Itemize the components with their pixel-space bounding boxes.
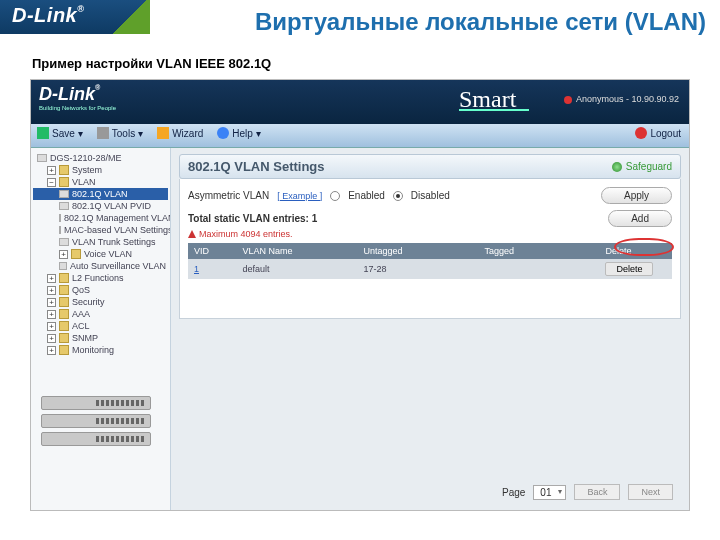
tree-root[interactable]: DGS-1210-28/ME — [33, 152, 168, 164]
example-link[interactable]: [ Example ] — [277, 191, 322, 201]
folder-icon — [59, 309, 69, 319]
col-untagged: Untagged — [357, 243, 478, 259]
col-name: VLAN Name — [236, 243, 357, 259]
expand-icon[interactable]: + — [47, 310, 56, 319]
brand-logo: D-Link® — [12, 4, 84, 27]
tree-auto-surv[interactable]: Auto Surveillance VLAN — [33, 260, 168, 272]
nav-tree: DGS-1210-28/ME +System −VLAN 802.1Q VLAN… — [31, 148, 171, 510]
pager: Page 01 Back Next — [502, 484, 673, 500]
panel-title-text: 802.1Q VLAN Settings — [188, 159, 325, 174]
asym-vlan-label: Asymmetric VLAN — [188, 190, 269, 201]
next-button[interactable]: Next — [628, 484, 673, 500]
expand-icon[interactable]: + — [47, 346, 56, 355]
tree-monitoring[interactable]: +Monitoring — [33, 344, 168, 356]
help-icon — [217, 127, 229, 139]
page-icon — [59, 190, 69, 198]
delete-button[interactable]: Delete — [605, 262, 653, 276]
tree-mgmt-vlan[interactable]: 802.1Q Management VLAN — [33, 212, 168, 224]
app-header: D-Link® Building Networks for People Sma… — [31, 80, 689, 124]
expand-icon[interactable]: + — [47, 166, 56, 175]
page-icon — [59, 202, 69, 210]
tree-trunk[interactable]: VLAN Trunk Settings — [33, 236, 168, 248]
folder-icon — [59, 165, 69, 175]
table-row: 1 default 17-28 Delete — [188, 259, 672, 279]
col-vid: VID — [188, 243, 236, 259]
vlan-table: VID VLAN Name Untagged Tagged Delete 1 d… — [188, 243, 672, 279]
folder-icon — [59, 321, 69, 331]
expand-icon[interactable]: + — [47, 334, 56, 343]
expand-icon[interactable]: + — [47, 298, 56, 307]
expand-icon[interactable]: + — [59, 250, 68, 259]
safeguard-badge: Safeguard — [612, 161, 672, 172]
main-panel: 802.1Q VLAN Settings Safeguard Asymmetri… — [171, 148, 689, 510]
page-icon — [59, 226, 61, 234]
panel-header: 802.1Q VLAN Settings Safeguard — [179, 154, 681, 179]
menu-tools[interactable]: Tools ▾ — [97, 127, 143, 139]
tree-qos[interactable]: +QoS — [33, 284, 168, 296]
folder-icon — [59, 273, 69, 283]
max-entries-note: Maximum 4094 entries. — [188, 229, 672, 239]
app-window: D-Link® Building Networks for People Sma… — [30, 79, 690, 511]
safeguard-icon — [612, 162, 622, 172]
tree-acl[interactable]: +ACL — [33, 320, 168, 332]
page-icon — [59, 214, 61, 222]
add-button[interactable]: Add — [608, 210, 672, 227]
expand-icon[interactable]: + — [47, 322, 56, 331]
back-button[interactable]: Back — [574, 484, 620, 500]
menubar: Save ▾ Tools ▾ Wizard Help ▾ L — [31, 124, 689, 148]
page-label: Page — [502, 487, 525, 498]
page-select[interactable]: 01 — [533, 485, 566, 500]
enabled-label: Enabled — [348, 190, 385, 201]
hardware-illustration — [41, 396, 161, 456]
cell-name: default — [236, 259, 357, 279]
folder-icon — [59, 177, 69, 187]
disabled-label: Disabled — [411, 190, 450, 201]
cell-tagged — [478, 259, 599, 279]
user-info: Anonymous - 10.90.90.92 — [564, 94, 679, 104]
tree-vlan[interactable]: −VLAN — [33, 176, 168, 188]
tree-snmp[interactable]: +SNMP — [33, 332, 168, 344]
wrench-icon — [97, 127, 109, 139]
folder-icon — [59, 285, 69, 295]
tree-l2[interactable]: +L2 Functions — [33, 272, 168, 284]
menu-wizard[interactable]: Wizard — [157, 127, 203, 139]
slide-title: Виртуальные локальные сети (VLAN) — [255, 2, 720, 36]
logout-icon — [635, 127, 647, 139]
tree-aaa[interactable]: +AAA — [33, 308, 168, 320]
tree-mac-vlan[interactable]: MAC-based VLAN Settings — [33, 224, 168, 236]
menu-help[interactable]: Help ▾ — [217, 127, 261, 139]
folder-icon — [71, 249, 81, 259]
apply-button[interactable]: Apply — [601, 187, 672, 204]
expand-icon[interactable]: + — [47, 286, 56, 295]
tree-voice-vlan[interactable]: +Voice VLAN — [33, 248, 168, 260]
col-tagged: Tagged — [478, 243, 599, 259]
disk-icon — [37, 127, 49, 139]
folder-icon — [59, 333, 69, 343]
slide-top-band: D-Link® Виртуальные локальные сети (VLAN… — [0, 0, 720, 34]
folder-icon — [59, 345, 69, 355]
status-dot-icon — [564, 96, 572, 104]
wand-icon — [157, 127, 169, 139]
folder-icon — [59, 297, 69, 307]
col-delete: Delete — [599, 243, 672, 259]
page-icon — [59, 238, 69, 246]
app-logo: D-Link® Building Networks for People — [39, 84, 116, 111]
smart-logo: Smart — [459, 86, 529, 111]
expand-icon[interactable]: + — [47, 274, 56, 283]
cell-vid-link[interactable]: 1 — [188, 259, 236, 279]
radio-disabled[interactable] — [393, 191, 403, 201]
tree-security[interactable]: +Security — [33, 296, 168, 308]
page-icon — [59, 262, 67, 270]
tree-8021q-vlan[interactable]: 802.1Q VLAN — [33, 188, 168, 200]
menu-save[interactable]: Save ▾ — [37, 127, 83, 139]
menu-logout[interactable]: Logout — [635, 127, 681, 139]
slide-subtitle: Пример настройки VLAN IEEE 802.1Q — [0, 34, 720, 79]
cell-untagged: 17-28 — [357, 259, 478, 279]
device-icon — [37, 154, 47, 162]
tree-system[interactable]: +System — [33, 164, 168, 176]
total-entries-label: Total static VLAN entries: 1 — [188, 213, 317, 224]
collapse-icon[interactable]: − — [47, 178, 56, 187]
warning-icon — [188, 230, 196, 238]
radio-enabled[interactable] — [330, 191, 340, 201]
tree-pvid[interactable]: 802.1Q VLAN PVID — [33, 200, 168, 212]
